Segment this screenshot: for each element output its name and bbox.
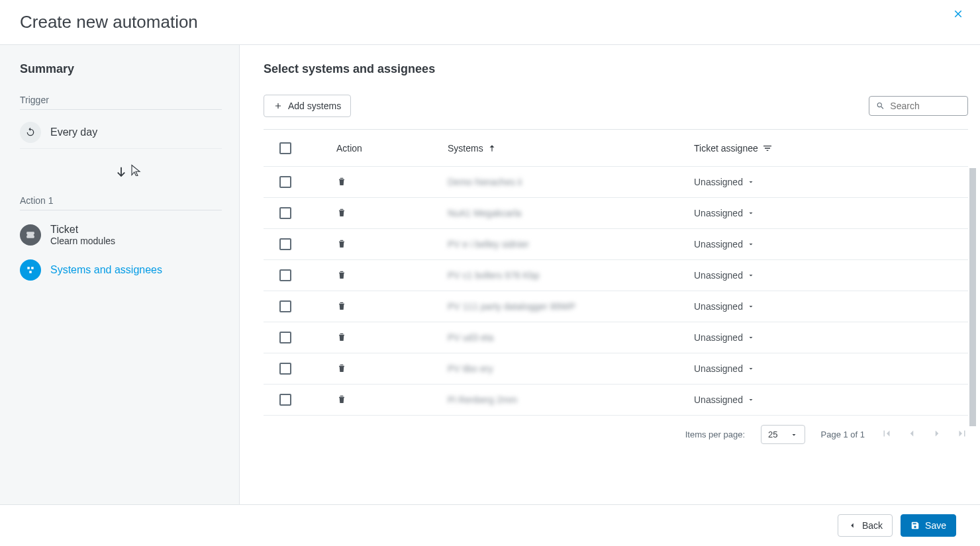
assignee-value: Unassigned	[694, 270, 743, 281]
close-button[interactable]	[952, 8, 964, 22]
next-page[interactable]	[931, 428, 943, 441]
col-action[interactable]: Action	[336, 143, 448, 154]
assignee-value: Unassigned	[694, 239, 743, 250]
table-row: NuA1 Megakcarla Unassigned	[264, 198, 968, 229]
row-checkbox[interactable]	[279, 238, 291, 250]
systems-table: Action Systems Ticket assignee	[264, 129, 968, 416]
chevron-down-icon	[747, 302, 755, 310]
trash-icon	[336, 363, 347, 373]
sidebar: Summary Trigger Every day Action 1 Ticke…	[0, 45, 240, 504]
col-systems[interactable]: Systems	[448, 143, 694, 154]
prev-page[interactable]	[906, 428, 918, 441]
dialog-title: Create new automation	[20, 12, 198, 32]
chevron-left-icon	[848, 521, 857, 530]
row-checkbox[interactable]	[279, 363, 291, 375]
delete-button[interactable]	[336, 363, 347, 375]
system-name: PV tibo ery	[448, 363, 493, 374]
col-assignee[interactable]: Ticket assignee	[694, 143, 968, 154]
assignee-select[interactable]: Unassigned	[694, 177, 755, 187]
assignee-select[interactable]: Unassigned	[694, 239, 755, 250]
system-name: NuA1 Megakcarla	[448, 208, 521, 218]
assignee-select[interactable]: Unassigned	[694, 394, 755, 405]
dialog-body: Summary Trigger Every day Action 1 Ticke…	[0, 45, 980, 504]
assignee-value: Unassigned	[694, 332, 743, 343]
schedule-icon	[25, 127, 36, 138]
back-button[interactable]: Back	[838, 514, 893, 537]
dialog-create-automation: Create new automation Summary Trigger Ev…	[0, 0, 980, 546]
table-row: PV ud3 eta Unassigned	[264, 322, 968, 353]
pagination: Items per page: 25 Page 1 of 1	[264, 416, 968, 453]
chevron-down-icon	[747, 396, 755, 404]
last-page-icon	[956, 428, 968, 439]
delete-button[interactable]	[336, 238, 347, 251]
system-name: PV c1 bollers 976 Kbp	[448, 270, 540, 281]
row-checkbox[interactable]	[279, 300, 291, 312]
row-checkbox[interactable]	[279, 207, 291, 219]
add-systems-button[interactable]: Add systems	[264, 95, 351, 117]
chevron-down-icon	[747, 365, 755, 373]
save-icon	[910, 521, 920, 530]
search-input[interactable]	[890, 101, 961, 111]
last-page[interactable]	[956, 428, 968, 441]
add-systems-label: Add systems	[288, 101, 341, 111]
table-row: PV c1 bollers 976 Kbp Unassigned	[264, 260, 968, 291]
delete-button[interactable]	[336, 300, 347, 313]
row-checkbox[interactable]	[279, 269, 291, 281]
trash-icon	[336, 332, 347, 342]
chevron-down-icon	[747, 209, 755, 217]
trash-icon	[336, 238, 347, 249]
sort-asc-icon	[487, 144, 497, 153]
table-row: PV 111 party datalogger 89WP Unassigned	[264, 291, 968, 322]
sidebar-title: Summary	[20, 62, 222, 76]
trigger-row[interactable]: Every day	[20, 116, 222, 149]
assignee-select[interactable]: Unassigned	[694, 208, 755, 218]
chevron-down-icon	[747, 334, 755, 341]
dialog-footer: Back Save	[0, 504, 980, 546]
delete-button[interactable]	[336, 176, 347, 189]
table-row: PV tibo ery Unassigned	[264, 353, 968, 385]
items-per-page-label: Items per page:	[685, 430, 745, 439]
row-checkbox[interactable]	[279, 394, 291, 406]
delete-button[interactable]	[336, 207, 347, 220]
table-row: Pi Renberg 2mm Unassigned	[264, 385, 968, 416]
first-page-icon	[881, 428, 893, 439]
flow-arrow	[20, 165, 222, 179]
assignee-select[interactable]: Unassigned	[694, 363, 755, 374]
action-label: Action 1	[20, 195, 222, 210]
trash-icon	[336, 269, 347, 280]
trigger-icon-wrap	[20, 122, 41, 143]
row-checkbox[interactable]	[279, 176, 291, 188]
save-button[interactable]: Save	[901, 514, 956, 537]
sidebar-item-ticket[interactable]: Ticket Clearn modules	[20, 217, 222, 253]
system-name: PV ud3 eta	[448, 332, 493, 343]
delete-button[interactable]	[336, 332, 347, 344]
select-all-checkbox[interactable]	[279, 142, 291, 154]
chevron-down-icon	[747, 240, 755, 248]
filter-icon	[762, 143, 773, 154]
system-name: Demo hieraches ii	[448, 177, 522, 187]
sidebar-item-sub: Clearn modules	[50, 236, 115, 246]
delete-button[interactable]	[336, 269, 347, 282]
system-name: PV 111 party datalogger 89WP	[448, 301, 575, 312]
trash-icon	[336, 300, 347, 311]
assignee-value: Unassigned	[694, 394, 743, 405]
delete-button[interactable]	[336, 394, 347, 406]
search-field[interactable]	[869, 96, 968, 116]
chevron-down-icon	[747, 178, 755, 186]
row-checkbox[interactable]	[279, 332, 291, 343]
assignee-select[interactable]: Unassigned	[694, 301, 755, 312]
system-name: PV e i belley sidnier	[448, 239, 529, 250]
items-per-page-select[interactable]: 25	[761, 425, 805, 444]
trigger-label: Trigger	[20, 95, 222, 110]
close-icon	[952, 8, 964, 20]
flow-icon-wrap	[20, 259, 41, 281]
assignee-select[interactable]: Unassigned	[694, 270, 755, 281]
assignee-select[interactable]: Unassigned	[694, 332, 755, 343]
first-page[interactable]	[881, 428, 893, 441]
main-panel: Select systems and assignees Add systems	[240, 45, 968, 504]
sidebar-item-systems-assignees[interactable]: Systems and assignees	[20, 253, 222, 287]
dialog-header: Create new automation	[0, 0, 980, 45]
trash-icon	[336, 176, 347, 187]
assignee-value: Unassigned	[694, 301, 743, 312]
ticket-icon	[26, 230, 35, 240]
